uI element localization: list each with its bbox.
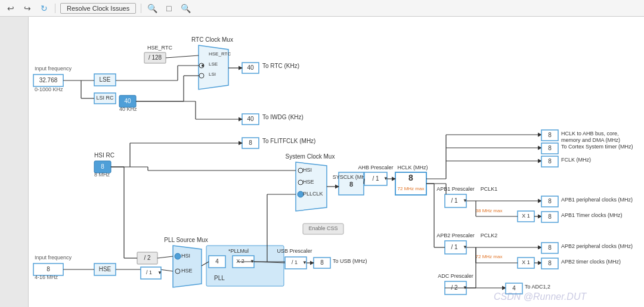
- input-freq-bot-value: 8: [47, 266, 50, 272]
- apb2-timer-label: APB2 timer clocks (MHz): [561, 259, 621, 265]
- input-freq-bot-label: Input frequency: [35, 255, 72, 261]
- apb1-periph-label: APB1 peripheral clocks (MHz): [561, 197, 633, 203]
- div1-val: / 1: [146, 269, 152, 275]
- usb-label: To USB (MHz): [333, 258, 367, 264]
- hsi-val: 8: [101, 163, 104, 170]
- usb-val: 8: [320, 259, 324, 266]
- apb2-timer-val: 8: [548, 260, 552, 266]
- svg-text:▼: ▼: [302, 260, 307, 265]
- refresh-button[interactable]: ↻: [38, 2, 50, 14]
- hclk-max: 72 MHz max: [398, 186, 425, 191]
- svg-point-92: [175, 253, 181, 259]
- svg-point-10: [202, 64, 204, 67]
- div128-label: / 128: [148, 54, 162, 61]
- lsi-val: 40: [124, 98, 131, 104]
- hsi-rc-label: HSI RC: [94, 152, 114, 159]
- redo-button[interactable]: ↪: [21, 2, 33, 14]
- apb2-x1-label: X 1: [522, 259, 530, 265]
- zoom-fit-icon[interactable]: □: [163, 2, 175, 14]
- toolbar: ↩ ↪ ↻ Resolve Clock Issues 🔍 □ 🔍: [0, 0, 644, 17]
- ahb-prescaler-label: AHB Prescaler: [358, 165, 393, 170]
- separator: [55, 4, 55, 13]
- apb2-prescaler-label: APB2 Prescaler: [436, 232, 475, 238]
- apb1-prescaler-label: APB1 Prescaler: [436, 186, 475, 192]
- apb2-div-val: / 1: [451, 244, 458, 250]
- rtc-clock-mux-label: RTC Clock Mux: [191, 36, 233, 43]
- hse-rtc-mux-label: HSE_RTC: [209, 51, 231, 57]
- watermark: CSDN @Runner.DUT: [494, 292, 587, 302]
- hse-mux-label: HSE: [303, 179, 314, 185]
- zoom-in-icon[interactable]: 🔍: [146, 2, 158, 14]
- hclk-ahb-val: 8: [548, 132, 552, 138]
- cortex-label: To Cortex System timer (MHz): [561, 144, 633, 150]
- adc-div-val: / 2: [451, 284, 458, 291]
- ahb-div-val: / 1: [372, 175, 379, 182]
- svg-line-12: [166, 55, 199, 58]
- fclk-label: FCLK (MHz): [561, 157, 591, 163]
- apb1-timer-label: APB1 Timer clocks (MHz): [561, 212, 623, 218]
- hse-pll-label: HSE: [181, 268, 193, 274]
- pll-val: 4: [215, 258, 219, 265]
- left-panel: [0, 17, 29, 307]
- to-iwdg-label: To IWDG (KHz): [262, 114, 304, 120]
- input-freq-top-label: Input frequency: [35, 66, 72, 72]
- lsi-rc-label: LSI RC: [96, 95, 114, 101]
- diagram-canvas[interactable]: Input frequency 32.768 0-1000 KHz LSE LS…: [29, 17, 644, 307]
- input-freq-top-range: 0-1000 KHz: [35, 86, 63, 92]
- to-iwdg-val: 40: [247, 116, 254, 122]
- apb2-periph-val: 8: [548, 244, 552, 251]
- separator2: [141, 4, 141, 13]
- to-flit-val: 8: [249, 139, 252, 146]
- x2-label: X 2: [236, 258, 244, 264]
- pclk2-max: 72 MHz max: [476, 254, 503, 259]
- adc-label: To ADC1,2: [525, 284, 550, 290]
- pll-source-mux-label: PLL Source Mux: [164, 237, 208, 243]
- system-clock-mux-label: System Clock Mux: [286, 153, 335, 160]
- apb1-timer-val: 8: [548, 213, 552, 220]
- pclk1-label: PCLK1: [481, 186, 498, 192]
- adc-val: 4: [512, 285, 516, 292]
- to-rtc-val: 40: [247, 64, 254, 71]
- enable-css-label[interactable]: Enable CSS: [308, 225, 338, 231]
- hsi-unit: 8 MHz: [94, 172, 110, 178]
- hse-rtc-label: HSE_RTC: [147, 45, 172, 51]
- adc-prescaler-label: ADC Prescaler: [438, 273, 473, 279]
- to-rtc-label: To RTC (KHz): [262, 63, 299, 69]
- usb-div-val: / 1: [292, 259, 298, 265]
- svg-text:memory and DMA (MHz): memory and DMA (MHz): [561, 137, 620, 143]
- div2-label: / 2: [144, 255, 151, 261]
- apb1-div-val: / 1: [451, 197, 458, 204]
- pclk1-max: 38 MHz max: [476, 208, 503, 213]
- lse-label: LSE: [100, 76, 111, 83]
- undo-button[interactable]: ↩: [5, 2, 17, 14]
- apb1-x1-label: X 1: [522, 213, 530, 219]
- svg-text:▼: ▼: [157, 270, 162, 275]
- hse-label: HSE: [99, 266, 112, 272]
- zoom-out-icon[interactable]: 🔍: [179, 2, 191, 14]
- resolve-clock-button[interactable]: Resolve Clock Issues: [60, 3, 136, 14]
- hclk-label: HCLK (MHz): [398, 165, 428, 170]
- apb1-periph-val: 8: [548, 198, 552, 204]
- hclk-val: 8: [408, 173, 413, 182]
- sysclk-val: 8: [349, 181, 353, 188]
- pllmul-label: *PLLMul: [228, 248, 249, 254]
- pll-label: PLL: [214, 275, 225, 281]
- hsi-pll-label: HSI: [181, 253, 190, 259]
- to-flit-label: To FLITFCLK (MHz): [262, 138, 315, 144]
- lsi-mux-label: LSI: [209, 72, 216, 77]
- usb-prescaler-label: USB Prescaler: [277, 248, 312, 254]
- fclk-val: 8: [548, 158, 552, 165]
- hsi-mux-label: HSI: [303, 167, 312, 173]
- lse-mux-label: LSE: [209, 61, 218, 67]
- pclk2-label: PCLK2: [481, 232, 498, 238]
- lsi-unit: 40 KHz: [119, 106, 137, 112]
- apb2-periph-label: APB2 peripheral clocks (MHz): [561, 243, 633, 249]
- svg-marker-91: [173, 246, 202, 287]
- main-area: Input frequency 32.768 0-1000 KHz LSE LS…: [0, 17, 644, 307]
- hclk-ahb-label: HCLK to AHB bus, core,: [561, 131, 619, 137]
- svg-line-94: [157, 256, 173, 258]
- input-freq-bot-range: 4-16 MHz: [35, 274, 58, 280]
- input-freq-top-value: 32.768: [39, 77, 58, 83]
- pllclk-mux-label: PLLCLK: [303, 191, 323, 197]
- cortex-val: 8: [548, 145, 552, 151]
